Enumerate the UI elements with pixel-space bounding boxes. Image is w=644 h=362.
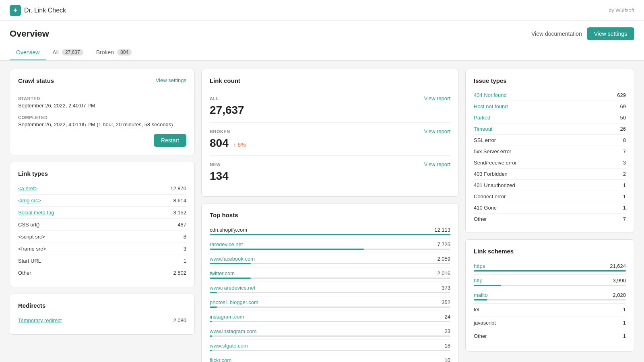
issue-types-card: Issue types 404 Not found629Host not fou…: [465, 69, 634, 233]
link-count-broken-section: BROKEN View report 804 ↑ 6%: [210, 123, 450, 156]
completed-label: COMPLETED: [18, 115, 186, 120]
list-item: Host not found69: [474, 101, 626, 112]
tab-overview[interactable]: Overview: [10, 45, 46, 60]
app-header: ✦ Dr. Link Check by Wulfsoft: [0, 0, 644, 21]
list-item: javascript1: [474, 317, 626, 330]
list-item: https21,624: [474, 260, 626, 275]
list-item: Temporary redirect 2,080: [18, 315, 186, 326]
new-count: 134: [210, 170, 229, 182]
link-count-all-section: ALL View report 27,637: [210, 90, 450, 123]
link-count-title: Link count: [210, 77, 450, 84]
top-hosts-title: Top hosts: [210, 212, 450, 218]
issue-types-title: Issue types: [474, 77, 626, 84]
list-item: raredevice.net7,725: [210, 239, 450, 253]
list-item: Social meta tag 3,152: [18, 207, 186, 219]
new-label: NEW: [210, 162, 221, 167]
logo-text: Dr. Link Check: [24, 7, 66, 14]
tab-broken-badge: 804: [117, 49, 132, 56]
view-settings-button[interactable]: View settings: [587, 27, 634, 40]
completed-value: September 26, 2022, 4:01:05 PM (1 hour, …: [18, 121, 186, 128]
redirects-card: Redirects Temporary redirect 2,080: [10, 294, 195, 335]
list-item: twitter.com2,016: [210, 267, 450, 282]
crawl-view-settings-link[interactable]: View settings: [156, 77, 186, 83]
tabs: Overview All 27,637 Broken 804: [10, 45, 634, 60]
new-view-report-link[interactable]: View report: [424, 161, 450, 167]
broken-label: BROKEN: [210, 129, 230, 134]
link-schemes-title: Link schemes: [474, 248, 626, 255]
link-types-card: Link types <a href> 12,870 <img src> 8,6…: [10, 162, 195, 287]
issue-types-rows: 404 Not found629Host not found69Parked50…: [474, 90, 626, 224]
logo-area: ✦ Dr. Link Check: [10, 5, 66, 16]
list-item: Parked50: [474, 112, 626, 123]
link-count-new-section: NEW View report 134: [210, 156, 450, 188]
list-item: tel1: [474, 304, 626, 317]
link-schemes-rows: https21,624http3,990mailto2,020tel1javas…: [474, 260, 626, 343]
list-item: <frame src> 3: [18, 243, 186, 255]
all-count: 27,637: [210, 104, 244, 116]
tab-all[interactable]: All 27,637: [46, 45, 89, 60]
list-item: 403 Forbidden2: [474, 169, 626, 180]
broken-change: ↑ 6%: [233, 142, 246, 148]
list-item: 410 Gone1: [474, 202, 626, 214]
list-item: www.raredevice.net373: [210, 282, 450, 296]
broken-count: 804: [210, 137, 229, 149]
list-item: CSS url() 487: [18, 219, 186, 231]
page-header: Overview View documentation View setting…: [0, 21, 644, 61]
list-item: mailto2,020: [474, 289, 626, 304]
list-item: cdn.shopify.com12,113: [210, 224, 450, 239]
page-title: Overview: [10, 29, 49, 39]
list-item: <script src> 8: [18, 231, 186, 243]
list-item: Timeout26: [474, 123, 626, 135]
list-item: SSL error8: [474, 135, 626, 146]
all-label: ALL: [210, 96, 219, 101]
started-value: September 26, 2022, 2:40:07 PM: [18, 103, 186, 109]
tab-broken[interactable]: Broken 804: [90, 45, 138, 60]
col-left: Crawl status View settings STARTED Septe…: [10, 69, 195, 362]
link-schemes-card: Link schemes https21,624http3,990mailto2…: [465, 239, 634, 352]
broken-view-report-link[interactable]: View report: [424, 128, 450, 134]
link-types-rows: <a href> 12,870 <img src> 8,614 Social m…: [18, 183, 186, 279]
top-hosts-rows: cdn.shopify.com12,113raredevice.net7,725…: [210, 224, 450, 362]
header-actions: View documentation View settings: [531, 27, 634, 40]
list-item: 5xx Server error7: [474, 146, 626, 157]
crawl-status-title: Crawl status: [18, 77, 54, 84]
redirects-title: Redirects: [18, 302, 186, 309]
top-hosts-card: Top hosts cdn.shopify.com12,113raredevic…: [201, 203, 459, 362]
list-item: Other 2,502: [18, 267, 186, 279]
by-wulfsoft: by Wulfsoft: [609, 7, 634, 13]
all-view-report-link[interactable]: View report: [424, 95, 450, 101]
list-item: flickr.com10: [210, 354, 450, 362]
tab-all-badge: 27,637: [62, 49, 83, 56]
col-right: Issue types 404 Not found629Host not fou…: [465, 69, 634, 362]
list-item: <a href> 12,870: [18, 183, 186, 195]
list-item: www.sfgate.com18: [210, 340, 450, 354]
main-layout: Crawl status View settings STARTED Septe…: [0, 61, 644, 362]
list-item: instagram.com24: [210, 311, 450, 325]
logo-icon: ✦: [10, 5, 21, 16]
list-item: photos1.blogger.com352: [210, 296, 450, 311]
list-item: Other7: [474, 214, 626, 224]
list-item: <img src> 8,614: [18, 195, 186, 207]
list-item: Connect error1: [474, 191, 626, 202]
crawl-status-card: Crawl status View settings STARTED Septe…: [10, 69, 195, 155]
link-types-title: Link types: [18, 170, 186, 177]
list-item: Send/receive error3: [474, 157, 626, 169]
list-item: http3,990: [474, 275, 626, 289]
col-mid: Link count ALL View report 27,637 BROKEN…: [201, 69, 459, 362]
list-item: www.instagram.com23: [210, 325, 450, 340]
started-label: STARTED: [18, 96, 186, 101]
list-item: Start URL 1: [18, 255, 186, 267]
list-item: 401 Unauthorized1: [474, 180, 626, 191]
link-count-card: Link count ALL View report 27,637 BROKEN…: [201, 69, 459, 197]
list-item: Other1: [474, 330, 626, 343]
restart-button[interactable]: Restart: [154, 134, 186, 147]
list-item: www.facebook.com2,059: [210, 253, 450, 267]
list-item: 404 Not found629: [474, 90, 626, 101]
view-documentation-button[interactable]: View documentation: [531, 31, 582, 37]
